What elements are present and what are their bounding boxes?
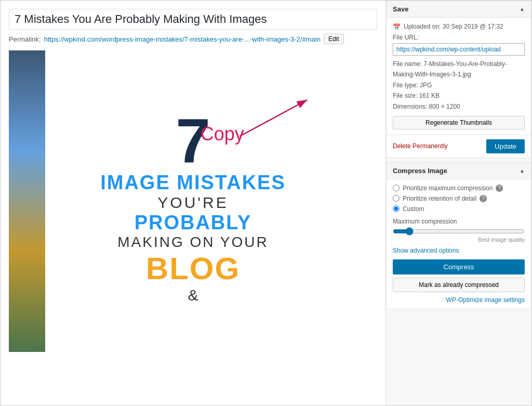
- file-size: File size: 161 KB: [393, 90, 525, 101]
- compress-button[interactable]: Compress: [393, 259, 525, 274]
- file-name: File name: 7-Mistakes-You-Are-Probably-M…: [393, 59, 525, 80]
- svg-line-1: [240, 100, 308, 136]
- save-section-header: Save ▲: [387, 1, 531, 18]
- uploaded-on-value: Uploaded on: 30 Sep 2019 @ 17:32: [404, 23, 503, 30]
- show-advanced-options-link[interactable]: Show advanced options: [393, 247, 525, 254]
- save-toggle-arrow[interactable]: ▲: [520, 6, 525, 12]
- file-dimensions: Dimensions: 800 × 1200: [393, 101, 525, 112]
- radio-max-label: Prioritize maximum compression: [403, 185, 493, 192]
- compression-slider[interactable]: [393, 227, 525, 235]
- image-line3: PROBABLY: [135, 212, 252, 234]
- uploaded-on-row: 📅 Uploaded on: 30 Sep 2019 @ 17:32: [393, 23, 525, 31]
- save-section: Save ▲ 📅 Uploaded on: 30 Sep 2019 @ 17:3…: [386, 1, 531, 158]
- compress-section-header: Compress Image ▲: [387, 163, 531, 179]
- radio-custom-input[interactable]: [393, 205, 400, 212]
- update-button[interactable]: Update: [486, 139, 525, 153]
- image-bg-left: [9, 50, 45, 352]
- slider-section: Maximum compression Best image quality: [393, 218, 525, 243]
- image-line5: BLOG: [146, 251, 240, 286]
- radio-custom-label: Custom: [403, 205, 424, 213]
- wp-optimize-link[interactable]: WP-Optimize image settings: [393, 296, 525, 304]
- radio-detail-help-icon[interactable]: ?: [480, 195, 487, 202]
- compress-toggle-arrow[interactable]: ▲: [520, 168, 525, 174]
- file-meta: File name: 7-Mistakes-You-Are-Probably-M…: [393, 59, 525, 112]
- radio-max-compression[interactable]: Prioritize maximum compression ?: [393, 185, 525, 192]
- slider-wrapper: [393, 227, 525, 235]
- image-sim: 7 IMAGE MISTAKES YOU'RE PROBABLY MAKING …: [9, 50, 377, 352]
- image-number: 7: [176, 109, 210, 172]
- image-line6: &: [188, 286, 198, 304]
- edit-button[interactable]: Edit: [324, 34, 344, 44]
- save-actions: Delete Permanently Update: [387, 135, 531, 158]
- radio-detail-input[interactable]: [393, 195, 400, 202]
- slider-right-label: Best image quality: [478, 237, 525, 243]
- permalink-label: Permalink:: [9, 35, 41, 43]
- file-url-input[interactable]: [393, 43, 525, 56]
- image-line1: IMAGE MISTAKES: [100, 172, 286, 194]
- image-line4: MAKING ON YOUR: [117, 234, 268, 251]
- save-section-title: Save: [393, 5, 408, 13]
- compress-section: Compress Image ▲ Prioritize maximum comp…: [386, 162, 531, 309]
- calendar-icon: 📅: [393, 23, 401, 31]
- file-url-label: File URL:: [393, 34, 525, 41]
- compress-section-body: Prioritize maximum compression ? Priorit…: [387, 179, 531, 309]
- right-panel: Save ▲ 📅 Uploaded on: 30 Sep 2019 @ 17:3…: [386, 1, 531, 405]
- radio-custom[interactable]: Custom: [393, 205, 525, 213]
- radio-detail-label: Prioritize retention of detail: [403, 195, 476, 202]
- image-line2: YOU'RE: [157, 194, 228, 212]
- compression-radio-group: Prioritize maximum compression ? Priorit…: [393, 185, 525, 213]
- permalink-bar: Permalink: https://wpkind.com/wordpress-…: [9, 34, 377, 44]
- permalink-link[interactable]: https://wpkind.com/wordpress-image-mista…: [44, 35, 320, 43]
- post-title-input[interactable]: [9, 9, 377, 30]
- slider-label: Maximum compression: [393, 218, 525, 225]
- delete-permanently-link[interactable]: Delete Permanently: [393, 142, 447, 150]
- image-preview: 7 IMAGE MISTAKES YOU'RE PROBABLY MAKING …: [9, 50, 377, 352]
- compress-section-title: Compress Image: [393, 167, 447, 175]
- radio-retention-detail[interactable]: Prioritize retention of detail ?: [393, 195, 525, 202]
- left-panel: Permalink: https://wpkind.com/wordpress-…: [1, 1, 386, 405]
- save-section-body: 📅 Uploaded on: 30 Sep 2019 @ 17:32 File …: [387, 18, 531, 135]
- radio-max-input[interactable]: [393, 185, 400, 191]
- mark-compressed-button[interactable]: Mark as already compressed: [393, 278, 525, 292]
- regenerate-thumbnails-button[interactable]: Regenerate Thumbnails: [393, 116, 525, 129]
- radio-max-help-icon[interactable]: ?: [496, 185, 503, 192]
- file-type: File type: JPG: [393, 80, 525, 90]
- slider-ends: Best image quality: [393, 237, 525, 243]
